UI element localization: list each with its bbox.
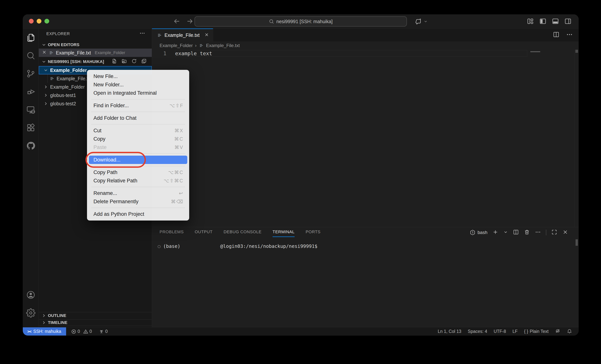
tab-bar: Example_File.txt bbox=[152, 29, 579, 41]
close-window-button[interactable] bbox=[29, 19, 34, 24]
problems-status[interactable]: 0 0 bbox=[71, 329, 92, 334]
source-control-icon[interactable] bbox=[23, 65, 39, 83]
minimap[interactable] bbox=[528, 50, 574, 227]
tab-ports[interactable]: PORTS bbox=[306, 227, 321, 237]
notifications-bell-icon[interactable] bbox=[567, 328, 572, 335]
settings-gear-icon[interactable] bbox=[23, 304, 39, 322]
indentation[interactable]: Spaces: 4 bbox=[468, 329, 487, 334]
explorer-icon[interactable] bbox=[23, 29, 39, 47]
back-arrow-icon[interactable] bbox=[173, 17, 181, 26]
terminal-shell-item[interactable]: bash bbox=[470, 230, 487, 236]
panel-more-actions-icon[interactable] bbox=[535, 229, 541, 236]
new-folder-icon[interactable] bbox=[121, 58, 127, 65]
braces-icon: { } bbox=[524, 329, 528, 334]
new-terminal-icon[interactable] bbox=[492, 229, 498, 236]
forward-arrow-icon[interactable] bbox=[186, 17, 194, 26]
extensions-icon[interactable] bbox=[23, 119, 39, 137]
activity-bar bbox=[23, 29, 39, 327]
collapse-folders-icon[interactable] bbox=[141, 58, 147, 65]
close-tab-icon[interactable] bbox=[204, 32, 209, 38]
split-editor-icon[interactable] bbox=[553, 31, 560, 39]
text-file-icon bbox=[157, 33, 162, 38]
terminal-dropdown-icon[interactable] bbox=[503, 230, 508, 235]
bottom-panel: PROBLEMS OUTPUT DEBUG CONSOLE TERMINAL P… bbox=[152, 227, 579, 327]
explorer-more-actions-icon[interactable] bbox=[139, 30, 145, 37]
menu-item-new-folder[interactable]: New Folder... bbox=[89, 80, 187, 89]
screenshot-stage: nesi99991 [SSH: mahuika] bbox=[0, 0, 601, 364]
remote-indicator[interactable]: >< SSH: mahuika bbox=[23, 327, 66, 335]
menu-item-copy-path[interactable]: Copy Path⌥⌘C bbox=[89, 168, 187, 176]
menu-item-add-as-python-project[interactable]: Add as Python Project bbox=[89, 210, 187, 218]
menu-separator bbox=[91, 112, 185, 112]
terminal-scrollbar[interactable] bbox=[576, 239, 578, 246]
traffic-lights bbox=[29, 19, 49, 24]
menu-item-download[interactable]: Download... bbox=[89, 156, 187, 164]
outline-section[interactable]: OUTLINE bbox=[39, 312, 152, 319]
tab-example-file[interactable]: Example_File.txt bbox=[152, 29, 213, 41]
more-actions-icon[interactable] bbox=[566, 31, 573, 39]
run-debug-icon[interactable] bbox=[23, 83, 39, 101]
menu-item-open-in-terminal[interactable]: Open in Integrated Terminal bbox=[89, 89, 187, 97]
menu-item-new-file[interactable]: New File... bbox=[89, 72, 187, 80]
toggle-sidebar-icon[interactable] bbox=[539, 18, 547, 26]
remote-explorer-icon[interactable] bbox=[23, 101, 39, 119]
chevron-down-icon bbox=[41, 42, 46, 47]
menu-item-rename[interactable]: Rename...↩ bbox=[89, 189, 187, 197]
close-panel-icon[interactable] bbox=[562, 229, 568, 236]
encoding[interactable]: UTF-8 bbox=[494, 329, 506, 334]
language-mode[interactable]: { } Plain Text bbox=[524, 329, 549, 334]
search-view-icon[interactable] bbox=[23, 47, 39, 65]
customize-layout-icon[interactable] bbox=[527, 18, 534, 26]
open-editors-section[interactable]: OPEN EDITORS bbox=[39, 42, 152, 48]
toggle-panel-icon[interactable] bbox=[552, 18, 559, 26]
titlebar: nesi99991 [SSH: mahuika] bbox=[23, 14, 579, 29]
status-bar: >< SSH: mahuika 0 0 0 Ln 1, Col 13 Space… bbox=[23, 327, 579, 335]
line-number: 1 bbox=[152, 50, 175, 56]
editor-scrollbar[interactable] bbox=[574, 50, 579, 227]
maximize-panel-icon[interactable] bbox=[551, 229, 557, 236]
workspace-section[interactable]: NESI99991 [SSH: MAHUIKA] bbox=[39, 57, 152, 66]
chevron-right-icon bbox=[43, 93, 48, 98]
terminal-prompt-line[interactable]: ○ (base) @login03:/nesi/nobackup/nesi999… bbox=[158, 243, 317, 249]
menu-separator bbox=[91, 99, 185, 99]
menu-item-delete-permanently[interactable]: Delete Permanently⌘⌫ bbox=[89, 197, 187, 206]
breadcrumb[interactable]: Example_Folder › Example_File.txt bbox=[152, 41, 579, 50]
timeline-section[interactable]: TIMELINE bbox=[39, 319, 152, 326]
menu-item-paste: Paste⌘V bbox=[89, 143, 187, 152]
command-center-label: nesi99991 [SSH: mahuika] bbox=[276, 19, 333, 24]
remote-icon: >< bbox=[27, 329, 31, 334]
menu-item-copy[interactable]: Copy⌘C bbox=[89, 135, 187, 143]
text-file-icon bbox=[199, 43, 204, 48]
refresh-icon[interactable] bbox=[131, 58, 137, 65]
tab-debug-console[interactable]: DEBUG CONSOLE bbox=[224, 227, 261, 237]
toggle-secondary-sidebar-icon[interactable] bbox=[564, 18, 572, 26]
cursor-position[interactable]: Ln 1, Col 13 bbox=[438, 329, 461, 334]
menu-item-cut[interactable]: Cut⌘X bbox=[89, 126, 187, 135]
tab-problems[interactable]: PROBLEMS bbox=[160, 227, 184, 237]
ports-status[interactable]: 0 bbox=[99, 329, 108, 334]
chat-icon bbox=[414, 18, 422, 25]
context-menu: New File... New Folder... Open in Integr… bbox=[87, 70, 189, 220]
menu-item-find-in-folder[interactable]: Find in Folder...⌥⇧F bbox=[89, 101, 187, 110]
eol[interactable]: LF bbox=[512, 329, 518, 334]
zoom-window-button[interactable] bbox=[44, 19, 49, 24]
menu-item-add-folder-to-chat[interactable]: Add Folder to Chat bbox=[89, 114, 187, 122]
command-center-search[interactable]: nesi99991 [SSH: mahuika] bbox=[194, 16, 407, 27]
warning-icon bbox=[83, 329, 88, 334]
editor-pane[interactable]: 1 example text bbox=[152, 50, 579, 227]
accounts-icon[interactable] bbox=[23, 286, 39, 304]
copilot-disabled-icon[interactable] bbox=[555, 328, 560, 335]
new-file-icon[interactable] bbox=[111, 58, 117, 65]
menu-item-copy-relative-path[interactable]: Copy Relative Path⌥⇧⌘C bbox=[89, 176, 187, 185]
broadcast-icon bbox=[99, 329, 104, 334]
divider bbox=[546, 230, 546, 235]
open-editor-item[interactable]: Example_File.txt Example_Folder bbox=[39, 48, 152, 57]
copilot-chat-control[interactable] bbox=[414, 18, 428, 25]
minimize-window-button[interactable] bbox=[37, 19, 41, 24]
tab-terminal[interactable]: TERMINAL bbox=[273, 227, 295, 237]
close-editor-icon[interactable] bbox=[42, 50, 47, 56]
tab-output[interactable]: OUTPUT bbox=[195, 227, 212, 237]
split-terminal-icon[interactable] bbox=[513, 229, 519, 236]
github-icon[interactable] bbox=[23, 137, 39, 155]
kill-terminal-icon[interactable] bbox=[524, 229, 530, 236]
